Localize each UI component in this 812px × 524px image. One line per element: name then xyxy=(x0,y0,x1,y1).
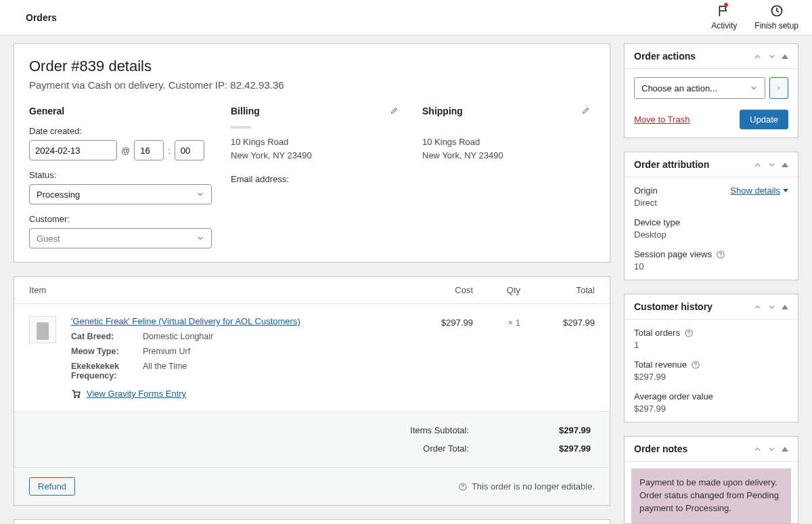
date-input[interactable] xyxy=(29,140,117,160)
status-value: Processing xyxy=(37,190,80,200)
move-to-trash-link[interactable]: Move to Trash xyxy=(634,114,690,125)
gravity-forms-link[interactable]: View Gravity Forms Entry xyxy=(87,389,186,399)
views-value: 10 xyxy=(634,261,788,271)
totals-block: Items Subtotal: $297.99 Order Total: $29… xyxy=(14,412,610,468)
help-icon[interactable] xyxy=(716,250,725,259)
finish-setup-label: Finish setup xyxy=(754,21,798,30)
minute-input[interactable] xyxy=(175,140,204,160)
items-actions: Refund This order is no longer editable. xyxy=(14,468,610,505)
page-title: Orders xyxy=(26,12,57,23)
pencil-icon[interactable] xyxy=(390,106,399,115)
item-name-link[interactable]: 'Genetic Freak' Feline (Virtual Delivery… xyxy=(71,316,300,326)
subtotal-value: $297.99 xyxy=(523,425,591,435)
order-notes-panel: Order notes Payment to be made upon deli… xyxy=(624,436,798,524)
meta-value: Domestic Longhair xyxy=(143,332,213,341)
customer-value: Guest xyxy=(37,234,60,244)
customer-history-panel: Customer history Total orders 1 xyxy=(624,294,798,422)
downloadable-permissions-panel: Downloadable product permissions xyxy=(14,519,610,524)
customer-select[interactable]: Guest xyxy=(29,228,212,248)
order-note: Payment to be made upon delivery. Order … xyxy=(631,468,791,523)
history-title: Customer history xyxy=(634,301,713,312)
revenue-label: Total revenue xyxy=(634,359,788,370)
order-subtitle: Payment via Cash on delivery. Customer I… xyxy=(29,79,595,91)
order-actions-panel: Order actions Choose an action... xyxy=(624,43,798,138)
general-column: General Date created: @ : Status: Proces… xyxy=(29,106,212,248)
shipping-heading: Shipping xyxy=(422,106,595,116)
chevron-right-icon xyxy=(775,85,782,91)
activity-button[interactable]: Activity xyxy=(711,4,737,30)
attribution-title: Order attribution xyxy=(634,159,709,170)
meta-label: Meow Type: xyxy=(71,347,143,356)
chevron-up-icon[interactable] xyxy=(753,303,762,311)
col-qty: Qty xyxy=(473,285,520,295)
order-total-value: $297.99 xyxy=(523,443,591,454)
col-item: Item xyxy=(29,285,399,295)
meta-label: Ekekekekek Frequency: xyxy=(71,362,143,380)
billing-line2: New York, NY 23490 xyxy=(231,149,403,162)
chevron-up-icon[interactable] xyxy=(753,445,762,454)
cart-icon xyxy=(71,389,81,399)
help-icon[interactable] xyxy=(691,360,700,370)
collapse-toggle[interactable] xyxy=(782,54,788,59)
chevron-down-icon[interactable] xyxy=(767,445,776,454)
status-label: Status: xyxy=(29,170,212,180)
order-total-label: Order Total: xyxy=(347,443,469,454)
meta-label: Cat Breed: xyxy=(71,332,143,341)
topbar: Orders Activity Finish setup xyxy=(0,0,812,35)
general-heading: General xyxy=(29,106,212,116)
execute-action-button[interactable] xyxy=(769,77,788,99)
collapse-toggle[interactable] xyxy=(782,447,788,452)
email-label: Email address: xyxy=(231,174,403,184)
clock-icon xyxy=(770,4,784,20)
topbar-actions: Activity Finish setup xyxy=(711,4,798,30)
finish-setup-button[interactable]: Finish setup xyxy=(754,4,798,30)
chevron-down-icon xyxy=(750,84,758,92)
chevron-up-icon[interactable] xyxy=(753,160,762,169)
items-panel: Item Cost Qty Total 'Genetic Freak' Feli… xyxy=(14,276,610,506)
avg-label: Average order value xyxy=(634,391,788,401)
chevron-down-icon[interactable] xyxy=(767,160,776,169)
chevron-down-icon[interactable] xyxy=(767,52,776,61)
origin-label: Origin xyxy=(634,185,658,196)
item-thumbnail[interactable] xyxy=(29,316,56,343)
chevron-down-icon[interactable] xyxy=(767,303,776,311)
svg-point-1 xyxy=(74,397,76,398)
flag-icon xyxy=(717,4,731,20)
action-select[interactable]: Choose an action... xyxy=(634,77,765,99)
activity-label: Activity xyxy=(711,21,737,30)
billing-line1: 10 Kings Road xyxy=(231,135,403,149)
refund-button[interactable]: Refund xyxy=(29,477,75,496)
show-details-text: Show details xyxy=(730,185,780,196)
at-symbol: @ xyxy=(121,146,130,156)
device-value: Desktop xyxy=(634,230,788,240)
shipping-column: Shipping 10 Kings Road New York, NY 2349… xyxy=(422,106,595,248)
collapse-toggle[interactable] xyxy=(782,305,788,309)
status-select[interactable]: Processing xyxy=(29,184,212,204)
not-editable-text: This order is no longer editable. xyxy=(472,481,595,492)
help-icon[interactable] xyxy=(684,328,694,338)
avg-value: $297.99 xyxy=(634,403,788,414)
items-header: Item Cost Qty Total xyxy=(14,277,610,304)
order-details-panel: Order #839 details Payment via Cash on d… xyxy=(14,43,610,263)
hour-input[interactable] xyxy=(134,140,164,160)
collapse-toggle[interactable] xyxy=(782,162,788,167)
help-icon xyxy=(458,482,468,492)
customer-label: Customer: xyxy=(29,214,212,224)
update-button[interactable]: Update xyxy=(740,110,788,129)
pencil-icon[interactable] xyxy=(581,106,591,115)
col-cost: Cost xyxy=(399,285,473,295)
shipping-line1: 10 Kings Road xyxy=(422,135,595,149)
billing-column: Billing 10 Kings Road New York, NY 23490… xyxy=(231,106,403,248)
item-total: $297.99 xyxy=(520,316,595,328)
shipping-line2: New York, NY 23490 xyxy=(422,149,595,162)
origin-value: Direct xyxy=(634,198,658,208)
chevron-up-icon[interactable] xyxy=(753,52,762,61)
total-orders-value: 1 xyxy=(634,340,788,350)
show-details-link[interactable]: Show details xyxy=(730,185,788,196)
action-select-value: Choose an action... xyxy=(641,83,717,93)
subtotal-label: Items Subtotal: xyxy=(347,425,469,435)
name-placeholder xyxy=(231,126,251,129)
item-cost: $297.99 xyxy=(399,316,473,328)
order-title: Order #839 details xyxy=(29,58,595,75)
colon: : xyxy=(168,146,171,156)
